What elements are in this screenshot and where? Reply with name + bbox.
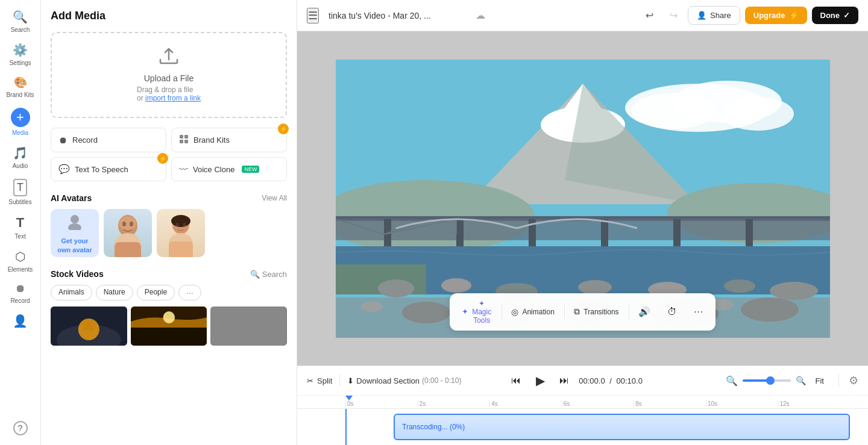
share-icon: 👤 <box>697 11 706 20</box>
voice-clone-icon: 〰 <box>179 164 188 175</box>
current-time: 00:00.0 / 00:10.0 <box>579 376 643 385</box>
play-button[interactable]: ▶ <box>530 371 550 390</box>
svg-point-4 <box>71 215 79 223</box>
more-button[interactable]: ··· <box>685 300 712 323</box>
timeline-track: Transcoding... (0%) <box>297 409 868 445</box>
skip-forward-button[interactable]: ⏭ <box>555 371 574 390</box>
hamburger-menu[interactable]: ☰ <box>307 8 319 23</box>
playback-controls: ⏮ ▶ ⏭ 00:00.0 / 00:10.0 <box>506 371 643 390</box>
timeline-settings-icon[interactable]: ⚙ <box>849 374 858 387</box>
svg-rect-37 <box>336 219 830 240</box>
fit-button[interactable]: Fit <box>811 376 829 385</box>
video-thumbnails <box>51 307 287 346</box>
svg-point-17 <box>183 223 186 226</box>
record-button[interactable]: ⏺ Record <box>51 128 166 152</box>
get-own-avatar-card[interactable]: Get your own avatar <box>51 209 99 257</box>
chip-nature[interactable]: Nature <box>96 285 133 300</box>
skip-back-button[interactable]: ⏮ <box>506 371 526 390</box>
search-stock-label: Search <box>262 270 287 279</box>
svg-point-7 <box>119 216 136 231</box>
video-thumb-1[interactable] <box>51 307 127 346</box>
track-clip[interactable]: Transcoding... (0%) <box>394 414 850 440</box>
chip-animals[interactable]: Animals <box>51 285 92 300</box>
faces-icon: 👤 <box>13 314 28 328</box>
chip-more[interactable]: ··· <box>178 285 201 300</box>
volume-icon: 🔊 <box>638 306 650 317</box>
video-thumb-3[interactable] <box>210 307 287 346</box>
toolbar-divider-2 <box>564 305 565 319</box>
svg-point-11 <box>130 222 133 226</box>
done-button[interactable]: Done ✓ <box>812 7 859 24</box>
voice-clone-button[interactable]: 〰 Voice Clone NEW <box>171 157 287 181</box>
sidebar-item-record[interactable]: ⏺ Record <box>0 278 40 309</box>
upload-area[interactable]: Upload a File Drag & drop a file or impo… <box>51 32 287 118</box>
sidebar-item-elements[interactable]: ⬡ Elements <box>0 244 40 278</box>
speed-button[interactable]: ⏱ <box>659 300 685 323</box>
transcoding-status: Transcoding... (0%) <box>402 423 465 431</box>
redo-button[interactable]: ↪ <box>664 6 683 25</box>
search-stock-btn[interactable]: 🔍 Search <box>250 270 287 279</box>
cloud-sync-icon: ☁ <box>476 10 485 21</box>
sidebar-item-audio[interactable]: 🎵 Audio <box>0 141 40 174</box>
brand-kits-button[interactable]: Brand Kits ⚡ <box>171 128 287 152</box>
speed-icon: ⏱ <box>667 307 677 317</box>
avatar-card-1[interactable] <box>104 209 152 257</box>
checkmark-icon: ✓ <box>843 11 850 20</box>
transitions-button[interactable]: ⧉ Transitions <box>565 300 627 323</box>
svg-point-47 <box>441 278 471 293</box>
media-add-icon: + <box>11 108 30 127</box>
record-btn-label: Record <box>72 135 98 145</box>
search-stock-icon: 🔍 <box>250 270 260 279</box>
ruler-mark-4: 4s <box>489 400 562 407</box>
sidebar-item-faces[interactable]: 👤 <box>0 309 40 333</box>
action-buttons-grid: ⏺ Record Brand Kits ⚡ 💬 Text To Speech ⚡… <box>41 123 297 186</box>
sidebar-item-search[interactable]: 🔍 Search <box>0 5 40 38</box>
ai-avatars-title: AI Avatars <box>51 193 92 203</box>
download-section-btn[interactable]: ⬇ Download Section (0:00 - 0:10) <box>347 376 461 385</box>
zoom-slider[interactable] <box>743 376 791 385</box>
ruler-mark-6: 6s <box>562 400 634 407</box>
subtitles-icon: T <box>13 179 27 196</box>
video-thumb-2[interactable] <box>131 307 207 346</box>
svg-point-28 <box>631 93 715 129</box>
sidebar-item-settings[interactable]: ⚙️ Settings <box>0 38 40 71</box>
zoom-out-icon[interactable]: 🔍 <box>726 375 738 387</box>
upgrade-badge-tts: ⚡ <box>157 153 168 164</box>
ruler-row: 0s 2s 4s 6s 8s 10s 12s <box>297 396 868 409</box>
brand-kits-icon: 🎨 <box>14 76 27 89</box>
ruler-marks: 0s 2s 4s 6s 8s 10s 12s <box>345 400 850 407</box>
sidebar-item-subtitles[interactable]: T Subtitles <box>0 174 40 210</box>
undo-button[interactable]: ↩ <box>640 6 659 25</box>
text-to-speech-button[interactable]: 💬 Text To Speech ⚡ <box>51 157 166 181</box>
upgrade-button[interactable]: Upgrade ⚡ <box>745 7 807 24</box>
zoom-in-icon[interactable]: 🔍 <box>796 376 806 385</box>
timeline-divider <box>838 375 839 387</box>
lightning-icon: ⚡ <box>789 11 799 20</box>
volume-button[interactable]: 🔊 <box>630 300 659 323</box>
time-range: (0:00 - 0:10) <box>422 376 461 385</box>
text-icon: T <box>16 215 24 231</box>
svg-rect-42 <box>673 219 681 249</box>
get-own-text: Get your own avatar <box>55 237 94 254</box>
sidebar-item-help[interactable]: ? <box>0 416 40 440</box>
magic-tools-button[interactable]: ✦ ✦ Magic Tools <box>453 293 500 331</box>
sidebar: 🔍 Search ⚙️ Settings 🎨 Brand Kits + Medi… <box>0 0 41 445</box>
animation-button[interactable]: ◎ Animation <box>503 301 562 323</box>
avatar-card-2[interactable] <box>157 209 205 257</box>
sidebar-item-brand-kits[interactable]: 🎨 Brand Kits <box>0 71 40 103</box>
ruler-mark-12: 12s <box>778 400 850 407</box>
svg-rect-9 <box>115 242 141 257</box>
svg-point-20 <box>78 319 99 340</box>
import-link[interactable]: import from a link <box>145 94 201 102</box>
svg-point-10 <box>122 222 126 226</box>
chip-people[interactable]: People <box>137 285 175 300</box>
sidebar-item-text[interactable]: T Text <box>0 210 40 244</box>
view-all-avatars[interactable]: View All <box>262 194 287 202</box>
sidebar-item-media[interactable]: + Media <box>0 103 40 141</box>
stock-videos-section: Stock Videos 🔍 Search Animals Nature Peo… <box>41 262 297 350</box>
split-button[interactable]: ✂ Split <box>307 376 332 385</box>
avatar-placeholder-icon <box>66 212 84 234</box>
divider <box>339 375 340 387</box>
share-button[interactable]: 👤 Share <box>688 6 740 25</box>
video-frame: ✦ ✦ Magic Tools ◎ Animation ⧉ Transition… <box>336 60 830 338</box>
